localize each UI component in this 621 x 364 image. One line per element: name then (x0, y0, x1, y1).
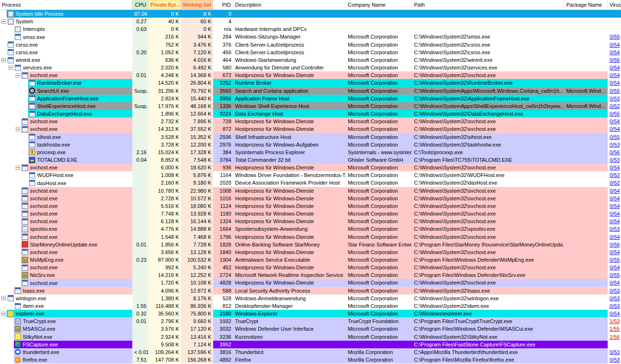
process-row-936[interactable]: svchost.exe6.000 K18.620 K936Hostprozess… (0, 164, 621, 171)
virustotal-link[interactable]: 0/53 (610, 96, 620, 101)
virustotal-link[interactable]: 0/54 (610, 118, 620, 124)
process-row-2936[interactable]: sihost.exe3.528 K15.352 K2936Shell Infra… (0, 133, 621, 141)
column-header-company[interactable]: Company Name (346, 0, 412, 10)
process-row-1932[interactable]: TrueCrypt.exe0.012.796 K9.660 K1932TrueC… (0, 317, 621, 325)
process-row-4892[interactable]: firefox.exe7.51147.708 K156.268 K4892Fir… (0, 356, 621, 364)
tree-collapse-expander[interactable] (1, 312, 6, 316)
process-row-728[interactable]: svchost.exe2.732 K7.896 K728Hostprozess … (0, 118, 621, 125)
virustotal-link[interactable]: 0/52 (610, 103, 620, 109)
virustotal-link[interactable]: 0/54 (610, 196, 620, 201)
virustotal-link[interactable]: 0/55 (610, 134, 620, 140)
column-header-process[interactable]: Process (0, 0, 132, 10)
process-row-1164[interactable]: WUDFHost.exe1.008 K5.876 K1164Windows Dr… (0, 171, 621, 179)
process-row-456[interactable]: csrss.exe0.201.052 K7.120 K456Client-Ser… (0, 49, 621, 56)
tree-collapse-expander[interactable] (9, 66, 13, 70)
process-row-1008[interactable]: svchost.exe10.780 K22.980 K1008Hostproze… (0, 187, 621, 195)
virustotal-link[interactable]: 0/53 (610, 295, 620, 301)
process-row-2976[interactable]: taskhostw.exe3.728 K12.200 K2976Hostproz… (0, 141, 621, 148)
process-row-872[interactable]: svchost.exe14.312 K37.552 K872Hostprozes… (0, 125, 621, 133)
process-row-1016[interactable]: svchost.exe2.728 K10.572 K1016Hostprozes… (0, 195, 621, 202)
virustotal-link[interactable]: 0/55 (610, 34, 620, 39)
virustotal-link[interactable]: 0/54 (610, 249, 620, 255)
virustotal-link[interactable]: 0/54 (610, 72, 620, 78)
process-row-3252[interactable]: RuntimeBroker.exe14.520 K26.804 K3252Run… (0, 79, 621, 87)
virustotal-link[interactable]: 1/56 (610, 334, 620, 340)
virustotal-link[interactable]: 0/54 (610, 203, 620, 209)
virustotal-link[interactable]: 0/54 (610, 280, 620, 285)
column-header-path[interactable]: Path (412, 0, 564, 10)
process-row-2020[interactable]: dasHost.exe2.160 K9.180 K2020Device Asso… (0, 179, 621, 187)
virustotal-link[interactable]: 0/55 (610, 272, 620, 278)
virustotal-link[interactable]: 0/53 (610, 349, 620, 355)
column-header-cpu[interactable]: CPU (132, 0, 148, 10)
virustotal-link[interactable]: 0/54 (610, 126, 620, 132)
tree-collapse-expander[interactable] (1, 296, 6, 300)
virustotal-link[interactable]: 0/55 (610, 111, 620, 117)
virustotal-link[interactable]: 0/54 (610, 218, 620, 224)
process-row-1904[interactable]: MsMpEng.exe0.2387.900 K100.532 K1904Anti… (0, 256, 621, 264)
tree-collapse-expander[interactable] (16, 166, 20, 170)
process-row-528[interactable]: winlogon.exe1.380 K8.176 K528Windows-Anm… (0, 295, 621, 302)
column-header-desc[interactable]: Description (233, 0, 346, 10)
tree-collapse-expander[interactable] (16, 73, 20, 78)
virustotal-link[interactable]: 0/53 (610, 303, 620, 309)
virustotal-link[interactable]: 0/54 (610, 234, 620, 240)
virustotal-link[interactable]: 0/53 (610, 157, 620, 163)
process-row-3236[interactable]: StikyNot.exe2.924 K13.416 K3236Kurznotiz… (0, 333, 621, 341)
virustotal-link[interactable]: 0/54 (610, 311, 620, 316)
virustotal-link[interactable]: 0/55 (610, 88, 620, 94)
process-row-1664[interactable]: spoolsv.exe4.776 K14.888 K1664Spoolersub… (0, 225, 621, 233)
virustotal-link[interactable]: 0/53 (610, 226, 620, 232)
virustotal-link[interactable]: 0/54 (610, 165, 620, 170)
virustotal-link[interactable]: 1/53 (610, 318, 620, 324)
process-row-376[interactable]: csrss.exe752 K3.476 K376Client-Server-La… (0, 41, 621, 49)
virustotal-link[interactable]: 1/55 (610, 326, 620, 332)
virustotal-link[interactable]: 0/54 (610, 65, 620, 70)
process-row-2724[interactable]: NisSrv.exe14.216 K12.252 K2724Microsoft … (0, 271, 621, 279)
process-row-452[interactable]: svchost.exe992 K5.240 K452Hostprozess fü… (0, 264, 621, 271)
process-row-0[interactable]: System Idle Process87.060 K8 K0 (0, 10, 621, 18)
column-header-private[interactable]: Private Byt... (148, 0, 181, 10)
process-row-384[interactable]: procexp.exe2.1615.024 K17.328 K384Sysint… (0, 148, 621, 156)
process-row-672[interactable]: svchost.exe0.014.248 K14.368 K672Hostpro… (0, 71, 621, 79)
process-row-1180[interactable]: svchost.exe7.748 K13.928 K1180Hostprozes… (0, 210, 621, 217)
virustotal-link[interactable]: 0/52 (610, 172, 620, 178)
virustotal-link[interactable]: 0/53 (610, 357, 620, 363)
virustotal-link[interactable]: 0/54 (610, 265, 620, 270)
process-row-3952[interactable]: FSCapture.exe9.508 K7.124 K3952C:\Progra… (0, 341, 621, 348)
process-row-3956[interactable]: ApplicationFrameHost.exe2.824 K15.440 K3… (0, 95, 621, 102)
virustotal-link[interactable]: 0/54 (610, 80, 620, 86)
column-header-pkg[interactable]: Package Name (564, 0, 608, 10)
process-row-1124[interactable]: svchost.exe5.516 K18.080 K1124Hostprozes… (0, 202, 621, 210)
process-row-3224[interactable]: DataExchangeHost.exe1.896 K12.664 K3224D… (0, 110, 621, 118)
tree-collapse-expander[interactable] (16, 127, 20, 131)
virustotal-link[interactable]: 0/54 (610, 42, 620, 48)
virustotal-link[interactable]: 0/54 (610, 49, 620, 55)
process-row-1336[interactable]: ShellExperienceHost.exeSusp...17.976 K48… (0, 102, 621, 110)
column-header-ws[interactable]: Working Set (181, 0, 213, 10)
virustotal-link[interactable]: 0/54 (610, 211, 620, 216)
process-row-3816[interactable]: thunderbird.exe< 0.01109.264 K137.596 K3… (0, 348, 621, 356)
column-header-pid[interactable]: PID (213, 0, 233, 10)
virustotal-link[interactable]: 0/56 (610, 149, 620, 155)
tree-collapse-expander[interactable] (1, 58, 6, 62)
virustotal-link[interactable]: 0/53 (610, 288, 620, 294)
virustotal-link[interactable]: 0/52 (610, 180, 620, 186)
process-row-3032[interactable]: MSASCui.exe3.576 K17.120 K3032Windows De… (0, 325, 621, 333)
process-row-1796[interactable]: svchost.exe1.548 K7.468 K1796Hostprozess… (0, 233, 621, 241)
process-row-1324[interactable]: svchost.exe6.128 K16.144 K1324Hostprozes… (0, 217, 621, 225)
virustotal-link[interactable]: 0/56 (610, 57, 620, 63)
virustotal-link[interactable]: 0/54 (610, 188, 620, 194)
process-row-n/a[interactable]: Interrupts0.630 K0 Kn/aHardware Interrup… (0, 25, 621, 33)
process-row-812[interactable]: dwm.exe1.55116.488 K86.936 K812Desktopfe… (0, 302, 621, 310)
process-row-588[interactable]: lsass.exe4.096 K12.872 K588Local Securit… (0, 287, 621, 295)
virustotal-link[interactable]: 0/53 (610, 142, 620, 148)
process-row-3784[interactable]: TOTALCMD.EXE0.048.852 K7.548 K3784Total … (0, 156, 621, 164)
process-row-3180[interactable]: explorer.exe0.3235.560 K75.800 K3180Wind… (0, 310, 621, 317)
process-row-3560[interactable]: SearchUI.exeSusp...31.296 K70.792 K3560S… (0, 87, 621, 95)
process-row-284[interactable]: smss.exe216 K944 K284Windows-Sitzungs-Ma… (0, 33, 621, 40)
process-row-4[interactable]: System0.2740 K60 K4 (0, 18, 621, 25)
virustotal-link[interactable]: 0/56 (610, 242, 620, 247)
process-row-1840[interactable]: svchost.exe3.656 K13.128 K1840Hostprozes… (0, 248, 621, 256)
process-row-580[interactable]: services.exe2.020 K6.492 K580Anwendung f… (0, 64, 621, 71)
